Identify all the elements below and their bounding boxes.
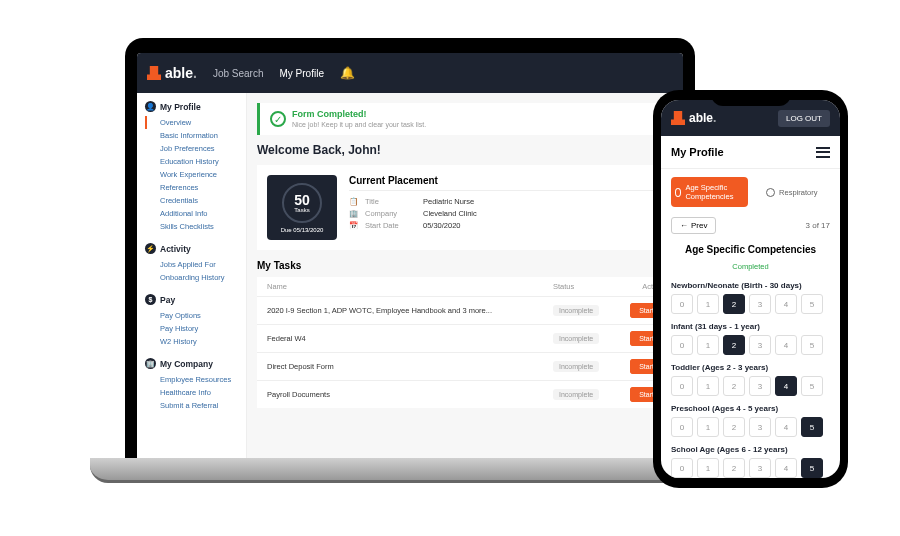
notifications-icon[interactable]: 🔔 — [340, 66, 355, 80]
scale-label: Toddler (Ages 2 - 3 years) — [671, 363, 830, 372]
sidebar-item-creds[interactable]: Credentials — [145, 194, 238, 207]
pay-icon: $ — [145, 294, 156, 305]
section-status: Completed — [732, 262, 768, 271]
sidebar-item-basic[interactable]: Basic Information — [145, 129, 238, 142]
mobile-logo[interactable]: able. — [671, 111, 716, 125]
scale-option[interactable]: 3 — [749, 458, 771, 478]
scale-option[interactable]: 0 — [671, 376, 693, 396]
sidebar-item-health[interactable]: Healthcare Info — [145, 386, 238, 399]
scale-row: Preschool (Ages 4 - 5 years)012345 — [671, 404, 830, 437]
nav-my-profile[interactable]: My Profile — [280, 68, 324, 79]
status-pill: Incomplete — [553, 389, 599, 400]
scale-option[interactable]: 3 — [749, 417, 771, 437]
radio-icon — [766, 188, 775, 197]
sidebar-item-work[interactable]: Work Experience — [145, 168, 238, 181]
radio-icon — [675, 188, 681, 197]
status-pill: Incomplete — [553, 305, 599, 316]
sidebar-head-company[interactable]: 🏢 My Company — [145, 358, 238, 369]
scale-label: Preschool (Ages 4 - 5 years) — [671, 404, 830, 413]
menu-icon[interactable] — [816, 147, 830, 158]
scale-option[interactable]: 1 — [697, 376, 719, 396]
scale-label: School Age (Ages 6 - 12 years) — [671, 445, 830, 454]
sidebar: 👤 My Profile Overview Basic Information … — [137, 93, 247, 458]
sidebar-item-payopt[interactable]: Pay Options — [145, 309, 238, 322]
scale-label: Newborn/Neonate (Birth - 30 days) — [671, 281, 830, 290]
checkmark-icon: ✓ — [270, 111, 286, 127]
pager-text: 3 of 17 — [806, 221, 830, 230]
placement-card: 50 Tasks Due 05/13/2020 Current Placemen… — [257, 165, 673, 250]
task-row: Payroll Documents Incomplete Start — [257, 380, 673, 408]
scale-option[interactable]: 2 — [723, 458, 745, 478]
scale-option[interactable]: 3 — [749, 376, 771, 396]
sidebar-item-applied[interactable]: Jobs Applied For — [145, 258, 238, 271]
sidebar-head-activity[interactable]: ⚡ Activity — [145, 243, 238, 254]
scale-option[interactable]: 0 — [671, 417, 693, 437]
scale-option[interactable]: 3 — [749, 335, 771, 355]
scale-option[interactable]: 4 — [775, 376, 797, 396]
tasks-count: 50 — [294, 193, 310, 207]
scale-option[interactable]: 5 — [801, 417, 823, 437]
task-row: Federal W4 Incomplete Start — [257, 324, 673, 352]
scale-option[interactable]: 4 — [775, 294, 797, 314]
th-status: Status — [553, 282, 623, 291]
scale-option[interactable]: 1 — [697, 458, 719, 478]
main-content: ✓ Form Completed! Nice job! Keep it up a… — [247, 93, 683, 458]
tab-competencies[interactable]: Age Specific Competencies — [671, 177, 748, 207]
status-pill: Incomplete — [553, 333, 599, 344]
scale-option[interactable]: 1 — [697, 335, 719, 355]
scale-label: Infant (31 days - 1 year) — [671, 322, 830, 331]
scale-option[interactable]: 5 — [801, 376, 823, 396]
activity-icon: ⚡ — [145, 243, 156, 254]
section-title: Age Specific Competencies — [661, 244, 840, 255]
sidebar-item-skills[interactable]: Skills Checklists — [145, 220, 238, 233]
scale-option[interactable]: 0 — [671, 294, 693, 314]
company-icon: 🏢 — [145, 358, 156, 369]
nav-job-search[interactable]: Job Search — [213, 68, 264, 79]
th-name: Name — [267, 282, 553, 291]
logout-button[interactable]: LOG OUT — [778, 110, 830, 127]
sidebar-head-pay[interactable]: $ Pay — [145, 294, 238, 305]
scale-option[interactable]: 1 — [697, 294, 719, 314]
scale-option[interactable]: 5 — [801, 458, 823, 478]
tab-respiratory[interactable]: Respiratory — [754, 177, 831, 207]
sidebar-item-onboarding[interactable]: Onboarding History — [145, 271, 238, 284]
scale-row: Toddler (Ages 2 - 3 years)012345 — [671, 363, 830, 396]
prev-button[interactable]: ← Prev — [671, 217, 716, 234]
scale-option[interactable]: 2 — [723, 376, 745, 396]
scale-option[interactable]: 4 — [775, 417, 797, 437]
sidebar-item-education[interactable]: Education History — [145, 155, 238, 168]
sidebar-item-referral[interactable]: Submit a Referral — [145, 399, 238, 412]
sidebar-item-prefs[interactable]: Job Preferences — [145, 142, 238, 155]
scale-option[interactable]: 2 — [723, 294, 745, 314]
sidebar-item-payhist[interactable]: Pay History — [145, 322, 238, 335]
arrow-left-icon: ← — [680, 221, 688, 230]
banner-title: Form Completed! — [292, 109, 426, 119]
scale-option[interactable]: 4 — [775, 458, 797, 478]
scale-option[interactable]: 1 — [697, 417, 719, 437]
tasks-table: Name Status Action 2020 I-9 Section 1, A… — [257, 277, 673, 408]
scale-row: Infant (31 days - 1 year)012345 — [671, 322, 830, 355]
phone-mockup: able. LOG OUT My Profile Age Specific Co… — [653, 90, 848, 488]
profile-icon: 👤 — [145, 101, 156, 112]
placement-title: Current Placement — [349, 175, 663, 191]
sidebar-item-w2[interactable]: W2 History — [145, 335, 238, 348]
sidebar-item-resources[interactable]: Employee Resources — [145, 373, 238, 386]
task-row: Direct Deposit Form Incomplete Start — [257, 352, 673, 380]
scale-option[interactable]: 0 — [671, 335, 693, 355]
scale-option[interactable]: 0 — [671, 458, 693, 478]
scale-option[interactable]: 5 — [801, 335, 823, 355]
scale-option[interactable]: 4 — [775, 335, 797, 355]
welcome-heading: Welcome Back, John! — [257, 143, 673, 157]
task-row: 2020 I-9 Section 1, ADP WOTC, Employee H… — [257, 296, 673, 324]
logo-icon — [671, 111, 685, 125]
desktop-header: able. Job Search My Profile 🔔 — [137, 53, 683, 93]
brand-logo[interactable]: able. — [147, 65, 197, 81]
sidebar-item-refs[interactable]: References — [145, 181, 238, 194]
sidebar-item-overview[interactable]: Overview — [145, 116, 238, 129]
scale-option[interactable]: 3 — [749, 294, 771, 314]
sidebar-item-addl[interactable]: Additional Info — [145, 207, 238, 220]
sidebar-head-profile[interactable]: 👤 My Profile — [145, 101, 238, 112]
scale-option[interactable]: 2 — [723, 417, 745, 437]
scale-option[interactable]: 5 — [801, 294, 823, 314]
scale-option[interactable]: 2 — [723, 335, 745, 355]
